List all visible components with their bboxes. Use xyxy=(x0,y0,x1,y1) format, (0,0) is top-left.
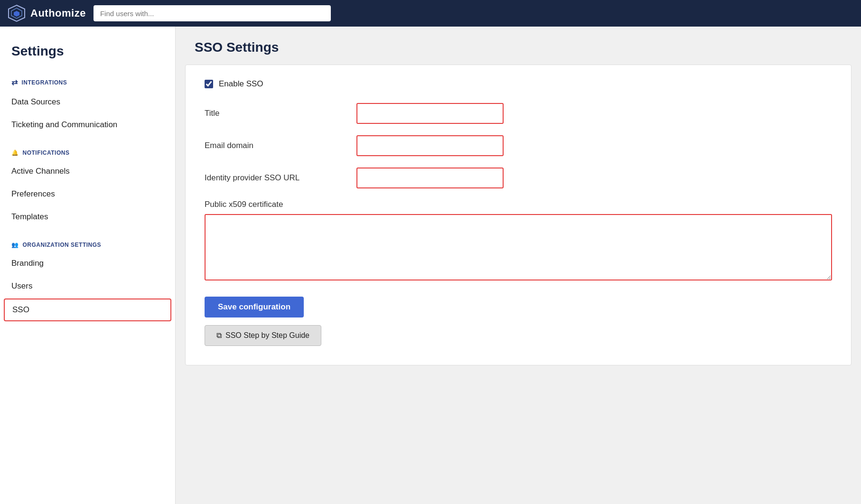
email-domain-input[interactable] xyxy=(356,135,504,156)
sso-card: Enable SSO Title Email domain Identity p… xyxy=(185,65,852,365)
content-inner: SSO Settings Enable SSO Title Email doma… xyxy=(176,27,861,365)
sso-settings-title: SSO Settings xyxy=(176,27,861,65)
sidebar-item-preferences[interactable]: Preferences xyxy=(0,183,175,205)
authomize-logo-icon xyxy=(8,4,26,22)
cert-textarea[interactable] xyxy=(205,214,832,280)
enable-sso-label: Enable SSO xyxy=(219,79,263,89)
org-settings-icon: 👥 xyxy=(11,242,19,248)
notifications-icon: 🔔 xyxy=(11,149,19,156)
sidebar: Settings ⇄ INTEGRATIONS Data Sources Tic… xyxy=(0,27,176,504)
sidebar-section-integrations: ⇄ INTEGRATIONS xyxy=(0,70,175,91)
title-label: Title xyxy=(205,109,356,118)
enable-sso-checkbox[interactable] xyxy=(205,80,213,88)
idp-sso-url-label: Identity provider SSO URL xyxy=(205,173,356,183)
app-title: Authomize xyxy=(30,7,86,19)
external-link-icon: ⧉ xyxy=(216,331,222,340)
email-domain-field-row: Email domain xyxy=(205,135,832,156)
sidebar-item-templates[interactable]: Templates xyxy=(0,205,175,228)
sidebar-item-ticketing[interactable]: Ticketing and Communication xyxy=(0,113,175,136)
global-search-input[interactable] xyxy=(94,5,331,21)
sso-guide-button[interactable]: ⧉ SSO Step by Step Guide xyxy=(205,325,321,346)
title-field-row: Title xyxy=(205,103,832,124)
enable-sso-row: Enable SSO xyxy=(205,79,832,89)
title-input[interactable] xyxy=(356,103,504,124)
sidebar-item-branding[interactable]: Branding xyxy=(0,252,175,275)
main-layout: Settings ⇄ INTEGRATIONS Data Sources Tic… xyxy=(0,27,861,504)
sidebar-item-sso[interactable]: SSO xyxy=(4,299,171,321)
cert-section: Public x509 certificate xyxy=(205,200,832,282)
navbar-logo: Authomize xyxy=(8,4,86,22)
content-area: SSO Settings Enable SSO Title Email doma… xyxy=(176,27,861,504)
save-configuration-button[interactable]: Save configuration xyxy=(205,297,304,317)
cert-label: Public x509 certificate xyxy=(205,200,832,209)
sidebar-section-org-settings: 👥 ORGANIZATION SETTINGS xyxy=(0,234,175,252)
sidebar-page-title: Settings xyxy=(0,36,175,70)
svg-marker-2 xyxy=(14,11,19,17)
sidebar-section-notifications: 🔔 NOTIFICATIONS xyxy=(0,142,175,160)
email-domain-label: Email domain xyxy=(205,141,356,150)
sidebar-item-users[interactable]: Users xyxy=(0,275,175,298)
sidebar-item-active-channels[interactable]: Active Channels xyxy=(0,160,175,183)
idp-sso-url-input[interactable] xyxy=(356,168,504,188)
navbar: Authomize xyxy=(0,0,861,27)
idp-sso-url-field-row: Identity provider SSO URL xyxy=(205,168,832,188)
sidebar-item-data-sources[interactable]: Data Sources xyxy=(0,91,175,113)
integrations-icon: ⇄ xyxy=(11,78,18,87)
